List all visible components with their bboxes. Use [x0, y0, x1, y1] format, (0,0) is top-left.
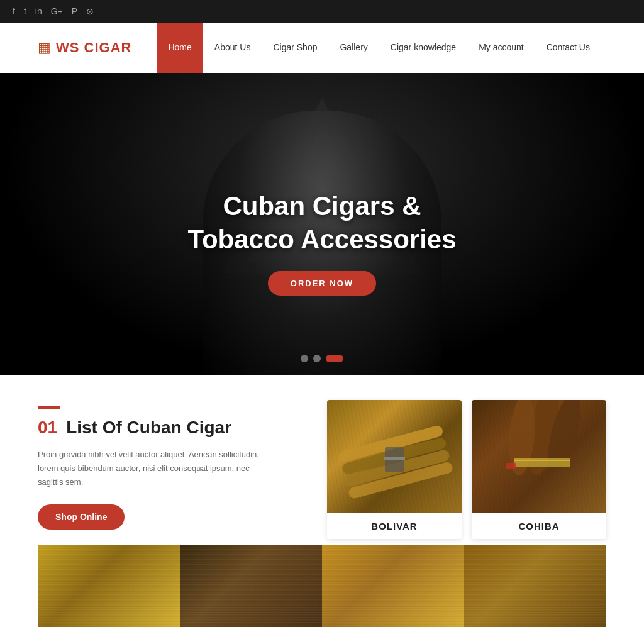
google-plus-icon[interactable]: G+ — [51, 6, 63, 16]
dot-1[interactable] — [301, 355, 308, 362]
nav-my-account[interactable]: My account — [467, 23, 535, 73]
main-nav: Home About Us Cigar Shop Gallery Cigar k… — [157, 23, 601, 73]
section-top: 01 List Of Cuban Cigar Proin gravida nib… — [38, 400, 606, 539]
bolivar-cigars — [327, 400, 462, 513]
bolivar-image — [327, 400, 462, 513]
bottom-img-4[interactable]: HABANA HABANA HABANA — [464, 545, 606, 627]
hero-section: Cuban Cigars & Tobacco Accessories ORDER… — [0, 73, 644, 375]
svg-rect-5 — [384, 457, 405, 460]
bolivar-label: BOLIVAR — [327, 513, 462, 539]
section-title: List Of Cuban Cigar — [66, 418, 231, 438]
cohiba-cigars — [472, 400, 606, 513]
nav-gallery[interactable]: Gallery — [328, 23, 379, 73]
cohiba-label: COHIBA — [472, 513, 606, 539]
section-right: BOLIVAR — [327, 400, 606, 539]
header: ▦ WS CIGAR Home About Us Cigar Shop Gall… — [0, 23, 644, 73]
accent-bar — [38, 406, 60, 409]
nav-cigar-knowledge[interactable]: Cigar knowledge — [379, 23, 467, 73]
nav-cigar-shop[interactable]: Cigar Shop — [262, 23, 328, 73]
bottom-img-3[interactable] — [322, 545, 464, 627]
dot-3[interactable] — [326, 355, 343, 362]
svg-rect-10 — [514, 458, 570, 461]
nav-about[interactable]: About Us — [203, 23, 262, 73]
social-bar: f t in G+ P ⊙ — [0, 0, 644, 23]
content-section: 01 List Of Cuban Cigar Proin gravida nib… — [0, 375, 644, 644]
bottom-image-row: HABANA HABANA HABANA — [38, 545, 606, 627]
hero-title: Cuban Cigars & Tobacco Accessories — [187, 190, 456, 256]
twitter-icon[interactable]: t — [24, 6, 26, 16]
section-description: Proin gravida nibh vel velit auctor aliq… — [38, 448, 264, 489]
order-now-button[interactable]: ORDER NOW — [268, 271, 376, 296]
hero-content: Cuban Cigars & Tobacco Accessories ORDER… — [187, 190, 456, 296]
logo-text: WS CIGAR — [56, 40, 131, 56]
facebook-icon[interactable]: f — [13, 6, 15, 16]
section-left: 01 List Of Cuban Cigar Proin gravida nib… — [38, 400, 302, 530]
section-number: 01 — [38, 418, 57, 438]
section-number-title: 01 List Of Cuban Cigar — [38, 418, 302, 438]
slider-dots — [301, 355, 343, 362]
bolivar-card[interactable]: BOLIVAR — [327, 400, 462, 539]
bottom-img-1[interactable] — [38, 545, 180, 627]
shop-online-button[interactable]: Shop Online — [38, 504, 125, 530]
cohiba-image — [472, 400, 606, 513]
linkedin-icon[interactable]: in — [35, 6, 42, 16]
dot-2[interactable] — [313, 355, 321, 362]
nav-contact[interactable]: Contact Us — [535, 23, 601, 73]
cohiba-card[interactable]: COHIBA — [472, 400, 606, 539]
pinterest-icon[interactable]: P — [72, 6, 77, 16]
dribbble-icon[interactable]: ⊙ — [86, 6, 94, 16]
bottom-img-2[interactable] — [180, 545, 322, 627]
logo[interactable]: ▦ WS CIGAR — [38, 40, 131, 56]
nav-home[interactable]: Home — [157, 23, 203, 73]
logo-icon: ▦ — [38, 40, 51, 56]
svg-rect-11 — [506, 463, 516, 469]
